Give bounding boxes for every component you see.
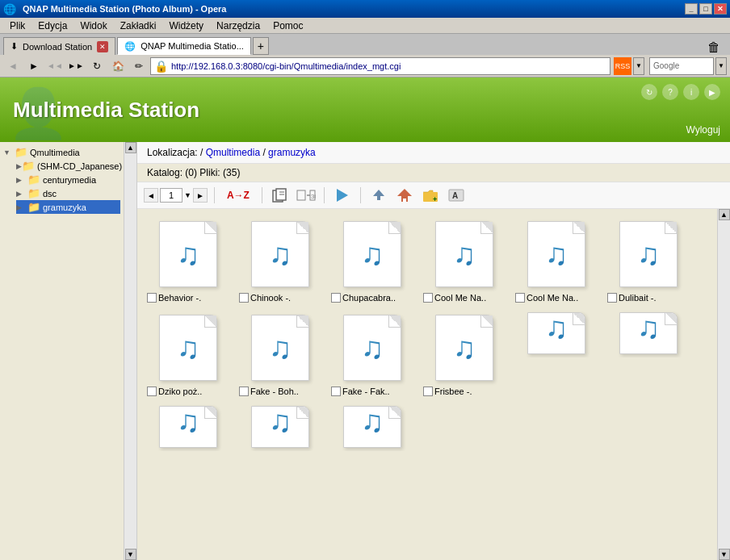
copy-button[interactable] bbox=[269, 186, 292, 205]
file-item-r3-1[interactable]: ♫ bbox=[512, 309, 601, 357]
file-item-dulibait[interactable]: ♫ Dulibait -. bbox=[604, 215, 693, 306]
menu-edit[interactable]: Edycja bbox=[31, 19, 73, 33]
sort-az-button[interactable]: A→Z bbox=[221, 187, 255, 203]
file-checkbox-fake-boh[interactable] bbox=[239, 387, 249, 396]
sidebar-scroll-up[interactable]: ▲ bbox=[125, 142, 136, 153]
header-info-icon[interactable]: i bbox=[683, 84, 699, 100]
file-page-dulibait: ♫ bbox=[619, 221, 678, 287]
header-play-icon[interactable]: ▶ bbox=[704, 84, 720, 100]
file-item-r3-5[interactable]: ♫ bbox=[328, 403, 417, 451]
file-item-fake-boh[interactable]: ♫ Fake - Boh.. bbox=[236, 309, 325, 399]
search-engine-label: Google bbox=[653, 61, 679, 70]
forward2-button[interactable]: ►► bbox=[66, 57, 86, 75]
search-dropdown[interactable]: ▼ bbox=[715, 57, 727, 75]
edit-button[interactable]: ✏ bbox=[129, 57, 149, 75]
sidebar-scroll-area: ▼ 📁 Qmultimedia ▶ 📁 (SHM-CD_Japanese) ▶ … bbox=[0, 142, 124, 560]
forward-button[interactable]: ► bbox=[24, 57, 44, 75]
file-name-row-fake-boh: Fake - Boh.. bbox=[239, 387, 321, 396]
header-help-icon[interactable]: ? bbox=[662, 84, 678, 100]
page-number-input[interactable] bbox=[160, 188, 182, 203]
tree-item-century[interactable]: ▶ 📁 centurymedia bbox=[16, 173, 120, 186]
menu-file[interactable]: Plik bbox=[3, 19, 31, 33]
play-button[interactable] bbox=[331, 186, 354, 205]
file-checkbox-dziko[interactable] bbox=[147, 387, 157, 396]
upload-button[interactable] bbox=[367, 186, 390, 205]
location-gramuzyka[interactable]: gramuzyka bbox=[268, 147, 316, 158]
home-button[interactable]: 🏠 bbox=[108, 57, 128, 75]
file-checkbox-coolme1[interactable] bbox=[423, 293, 433, 303]
file-name-chinook: Chinook -. bbox=[250, 293, 291, 303]
close-button[interactable]: ✕ bbox=[714, 3, 727, 15]
location-qmultimedia[interactable]: Qmultimedia bbox=[206, 147, 260, 158]
file-icon-coolme2: ♫ bbox=[521, 219, 592, 290]
maximize-button[interactable]: □ bbox=[699, 3, 712, 15]
file-checkbox-behavior[interactable] bbox=[147, 293, 157, 303]
file-checkbox-chinook[interactable] bbox=[239, 293, 249, 303]
file-item-coolme2[interactable]: ♫ Cool Me Na.. bbox=[512, 215, 601, 306]
file-name-row-coolme1: Cool Me Na.. bbox=[423, 293, 506, 303]
menu-tools[interactable]: Narzędzia bbox=[210, 19, 266, 33]
page-dropdown[interactable]: ▼ bbox=[184, 191, 191, 199]
menu-help[interactable]: Pomoc bbox=[266, 19, 309, 33]
tab-download-station[interactable]: ⬇ Download Station ✕ bbox=[3, 37, 115, 55]
alphabet-button[interactable]: A bbox=[445, 186, 468, 205]
minimize-button[interactable]: _ bbox=[685, 3, 698, 15]
file-item-r3-3[interactable]: ♫ bbox=[144, 403, 233, 451]
logout-button[interactable]: Wyloguj bbox=[686, 124, 720, 136]
file-item-r3-2[interactable]: ♫ bbox=[604, 309, 693, 357]
address-bar[interactable]: 🔒 http://192.168.0.3:8080/cgi-bin/Qmulti… bbox=[150, 57, 610, 75]
file-item-fake-fak[interactable]: ♫ Fake - Fak.. bbox=[328, 309, 417, 399]
header-icons: ↻ ? i ▶ bbox=[641, 84, 720, 100]
file-item-behavior[interactable]: ♫ Behavior -. bbox=[144, 215, 233, 306]
file-page-frisbee: ♫ bbox=[435, 315, 493, 381]
tree-toggle-shm[interactable]: ▶ bbox=[16, 162, 22, 170]
file-item-frisbee[interactable]: ♫ Frisbee -. bbox=[420, 309, 509, 399]
file-item-dziko[interactable]: ♫ Dziko poż.. bbox=[144, 309, 233, 399]
address-dropdown[interactable]: ▼ bbox=[633, 57, 644, 75]
file-checkbox-chupacabra[interactable] bbox=[331, 293, 341, 303]
tree-toggle-dsc[interactable]: ▶ bbox=[16, 190, 27, 198]
menu-widgets[interactable]: Widżety bbox=[162, 19, 210, 33]
tree-item-shm[interactable]: ▶ 📁 (SHM-CD_Japanese) bbox=[16, 159, 120, 173]
file-page-coolme1: ♫ bbox=[435, 221, 493, 287]
header-refresh-icon[interactable]: ↻ bbox=[641, 84, 657, 100]
file-checkbox-fake-fak[interactable] bbox=[331, 387, 341, 396]
page-next-button[interactable]: ► bbox=[193, 188, 208, 203]
trash-icon[interactable]: 🗑 bbox=[701, 40, 727, 55]
tree-root[interactable]: ▼ 📁 Qmultimedia bbox=[3, 145, 120, 159]
tree-item-dsc[interactable]: ▶ 📁 dsc bbox=[16, 186, 120, 200]
rss-button[interactable]: RSS bbox=[614, 57, 631, 75]
tab-multimedia-station[interactable]: 🌐 QNAP Multimedia Statio... bbox=[117, 37, 251, 55]
file-checkbox-dulibait[interactable] bbox=[607, 293, 617, 303]
file-item-coolme1[interactable]: ♫ Cool Me Na.. bbox=[420, 215, 509, 306]
pagination-button[interactable]: 30 bbox=[295, 186, 317, 205]
scroll-up-button[interactable]: ▲ bbox=[719, 209, 730, 220]
tab-close-button[interactable]: ✕ bbox=[97, 41, 108, 52]
scroll-down-button[interactable]: ▼ bbox=[719, 549, 730, 560]
toolbar-sep-1 bbox=[214, 187, 215, 203]
back-button[interactable]: ◄ bbox=[3, 57, 23, 75]
station-title: Multimedia Station bbox=[13, 98, 199, 123]
tab-add-button[interactable]: + bbox=[253, 37, 269, 55]
file-item-chupacabra[interactable]: ♫ Chupacabra.. bbox=[328, 215, 417, 306]
file-checkbox-coolme2[interactable] bbox=[515, 293, 525, 303]
home-nav-button[interactable] bbox=[393, 186, 416, 205]
search-box[interactable]: Google bbox=[649, 57, 714, 75]
file-item-r3-4[interactable]: ♫ bbox=[236, 403, 325, 451]
tree-item-gramuzyka[interactable]: ▶ 📁 gramuzyka bbox=[16, 200, 120, 214]
right-content: Lokalizacja: / Qmultimedia / gramuzyka K… bbox=[137, 142, 730, 560]
add-folder-button[interactable]: + bbox=[419, 186, 442, 205]
tree-toggle-gramuzyka[interactable]: ▶ bbox=[16, 203, 27, 211]
menu-view[interactable]: Widok bbox=[73, 19, 113, 33]
tree-toggle-century[interactable]: ▶ bbox=[16, 176, 27, 184]
page-prev-button[interactable]: ◄ bbox=[144, 188, 158, 203]
file-name-frisbee: Frisbee -. bbox=[434, 387, 472, 396]
tree-toggle-root[interactable]: ▼ bbox=[3, 148, 15, 157]
file-item-chinook[interactable]: ♫ Chinook -. bbox=[236, 215, 325, 306]
back2-button[interactable]: ◄◄ bbox=[45, 57, 65, 75]
sidebar-scroll-down[interactable]: ▼ bbox=[125, 549, 136, 560]
file-checkbox-frisbee[interactable] bbox=[423, 387, 433, 396]
reload-button[interactable]: ↻ bbox=[87, 57, 107, 75]
menu-bookmarks[interactable]: Zakładki bbox=[114, 19, 163, 33]
sort-az-label: A→Z bbox=[227, 190, 250, 201]
